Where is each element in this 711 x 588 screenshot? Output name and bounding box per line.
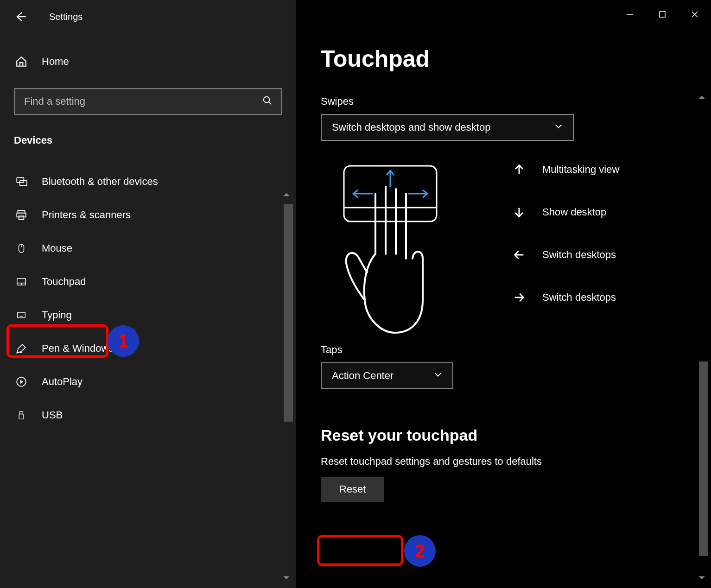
back-icon[interactable] <box>14 10 27 23</box>
annotation-badge-2: 2 <box>404 535 436 567</box>
nav-home[interactable]: Home <box>0 47 296 76</box>
arrow-down-icon <box>511 206 527 219</box>
gesture-label: Switch desktops <box>542 249 616 261</box>
sidebar-item-label: Mouse <box>42 242 72 254</box>
gesture-down: Show desktop <box>511 206 619 219</box>
mouse-icon <box>14 242 29 255</box>
annotation-box-2 <box>317 535 403 566</box>
svg-rect-11 <box>18 312 25 318</box>
sidebar-item-label: Pen & Windows Ink <box>42 342 130 354</box>
scroll-up-icon[interactable] <box>697 93 706 104</box>
close-button[interactable] <box>679 5 711 24</box>
maximize-button[interactable] <box>646 5 679 24</box>
svg-rect-18 <box>20 411 23 414</box>
printer-icon <box>14 209 29 221</box>
main-panel: Touchpad Swipes Switch desktops and show… <box>296 0 711 588</box>
taps-dropdown-value: Action Center <box>332 370 394 382</box>
sidebar-item-label: Touchpad <box>42 276 86 288</box>
window-title: Settings <box>49 12 83 22</box>
svg-rect-1 <box>17 177 24 183</box>
swipes-dropdown[interactable]: Switch desktops and show desktop <box>321 114 574 141</box>
touchpad-icon <box>14 277 29 287</box>
taps-dropdown[interactable]: Action Center <box>321 362 453 389</box>
category-title: Devices <box>14 134 282 146</box>
swipes-label: Swipes <box>321 95 711 107</box>
titlebar <box>296 0 711 27</box>
reset-description: Reset touchpad settings and gestures to … <box>321 455 711 468</box>
svg-point-0 <box>264 97 270 103</box>
chevron-down-icon <box>433 369 443 382</box>
nav-home-label: Home <box>42 56 69 68</box>
sidebar-item-usb[interactable]: USB <box>0 398 296 432</box>
gesture-illustration <box>330 161 469 339</box>
pen-icon <box>14 342 29 354</box>
gesture-label: Switch desktops <box>542 291 616 303</box>
home-icon <box>14 56 29 68</box>
gesture-label: Multitasking view <box>542 164 619 176</box>
autoplay-icon <box>14 376 29 388</box>
sidebar-item-label: USB <box>42 409 63 421</box>
svg-rect-21 <box>660 12 665 17</box>
keyboard-icon <box>14 310 29 320</box>
minimize-button[interactable] <box>614 5 646 24</box>
search-icon <box>262 95 273 107</box>
search-input[interactable] <box>23 95 262 108</box>
reset-heading: Reset your touchpad <box>321 426 711 444</box>
chevron-down-icon <box>553 121 564 134</box>
sidebar-item-touchpad[interactable]: Touchpad <box>0 265 296 298</box>
svg-rect-5 <box>19 216 24 220</box>
sidebar-item-label: AutoPlay <box>42 376 83 388</box>
usb-icon <box>14 409 29 422</box>
svg-rect-2 <box>20 181 27 186</box>
arrow-right-icon <box>511 291 527 304</box>
sidebar-item-mouse[interactable]: Mouse <box>0 232 296 265</box>
search-box[interactable] <box>14 88 282 115</box>
arrow-left-icon <box>511 248 527 261</box>
scroll-down-icon[interactable] <box>282 573 291 584</box>
gesture-left: Switch desktops <box>511 248 619 261</box>
gesture-right: Switch desktops <box>511 291 619 304</box>
sidebar-item-label: Printers & scanners <box>42 209 131 221</box>
scroll-down-icon[interactable] <box>697 573 706 584</box>
sidebar-item-typing[interactable]: Typing <box>0 298 296 332</box>
sidebar-item-autoplay[interactable]: AutoPlay <box>0 365 296 398</box>
taps-label: Taps <box>321 344 711 356</box>
svg-rect-19 <box>19 414 24 419</box>
bluetooth-icon <box>14 176 29 188</box>
main-scrollbar[interactable] <box>699 361 708 556</box>
gesture-label: Show desktop <box>542 206 606 218</box>
sidebar-item-printers[interactable]: Printers & scanners <box>0 198 296 232</box>
sidebar-item-pen[interactable]: Pen & Windows Ink <box>0 332 296 365</box>
sidebar-item-label: Typing <box>42 309 72 321</box>
sidebar: Settings Home Devices Bluetooth & oth <box>0 0 296 588</box>
gesture-up: Multitasking view <box>511 163 619 176</box>
sidebar-item-bluetooth[interactable]: Bluetooth & other devices <box>0 165 296 198</box>
arrow-up-icon <box>511 163 527 176</box>
page-title: Touchpad <box>321 45 711 72</box>
sidebar-item-label: Bluetooth & other devices <box>42 176 158 188</box>
swipes-dropdown-value: Switch desktops and show desktop <box>332 121 490 133</box>
reset-button[interactable]: Reset <box>321 477 384 502</box>
scroll-up-icon[interactable] <box>282 190 291 201</box>
sidebar-scrollbar[interactable] <box>284 204 293 422</box>
